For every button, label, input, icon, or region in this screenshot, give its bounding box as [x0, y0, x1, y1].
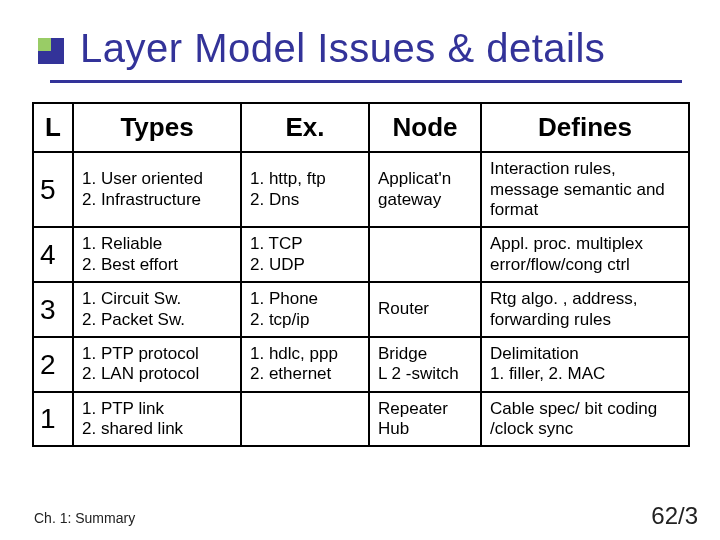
table-row: 1 1. PTP link2. shared link Repeater Hub… — [33, 392, 689, 447]
cell-layer: 3 — [33, 282, 73, 337]
header-defines: Defines — [481, 103, 689, 152]
header-l: L — [33, 103, 73, 152]
cell-types: 1. Reliable2. Best effort — [73, 227, 241, 282]
cell-types: 1. User oriented2. Infrastructure — [73, 152, 241, 227]
header-types: Types — [73, 103, 241, 152]
cell-defines: Delimitation1. filler, 2. MAC — [481, 337, 689, 392]
cell-node: Router — [369, 282, 481, 337]
cell-defines: Interaction rules, message semantic and … — [481, 152, 689, 227]
cell-node: Repeater Hub — [369, 392, 481, 447]
table-row: 5 1. User oriented2. Infrastructure 1. h… — [33, 152, 689, 227]
cell-ex: 1. hdlc, ppp2. ethernet — [241, 337, 369, 392]
cell-ex: 1. TCP2. UDP — [241, 227, 369, 282]
table-row: 3 1. Circuit Sw.2. Packet Sw. 1. Phone2.… — [33, 282, 689, 337]
footer-page-number: 62/3 — [651, 502, 698, 530]
table-row: 4 1. Reliable2. Best effort 1. TCP2. UDP… — [33, 227, 689, 282]
cell-node: BridgeL 2 -switch — [369, 337, 481, 392]
table-header-row: L Types Ex. Node Defines — [33, 103, 689, 152]
cell-types: 1. PTP protocol2. LAN protocol — [73, 337, 241, 392]
cell-ex: 1. http, ftp2. Dns — [241, 152, 369, 227]
cell-types: 1. PTP link2. shared link — [73, 392, 241, 447]
slide-bullet-icon — [38, 38, 64, 64]
cell-defines: Rtg algo. , address, forwarding rules — [481, 282, 689, 337]
cell-ex — [241, 392, 369, 447]
cell-layer: 4 — [33, 227, 73, 282]
cell-layer: 2 — [33, 337, 73, 392]
header-ex: Ex. — [241, 103, 369, 152]
slide-title: Layer Model Issues & details — [80, 26, 605, 71]
cell-node: Applicat'n gateway — [369, 152, 481, 227]
cell-defines: Cable spec/ bit coding /clock sync — [481, 392, 689, 447]
cell-layer: 1 — [33, 392, 73, 447]
layer-model-table: L Types Ex. Node Defines 5 1. User orien… — [32, 102, 690, 447]
table-row: 2 1. PTP protocol2. LAN protocol 1. hdlc… — [33, 337, 689, 392]
cell-defines: Appl. proc. multiplex error/flow/cong ct… — [481, 227, 689, 282]
cell-layer: 5 — [33, 152, 73, 227]
title-underline — [50, 80, 682, 83]
cell-node — [369, 227, 481, 282]
cell-ex: 1. Phone2. tcp/ip — [241, 282, 369, 337]
header-node: Node — [369, 103, 481, 152]
footer-chapter: Ch. 1: Summary — [34, 510, 135, 526]
cell-types: 1. Circuit Sw.2. Packet Sw. — [73, 282, 241, 337]
